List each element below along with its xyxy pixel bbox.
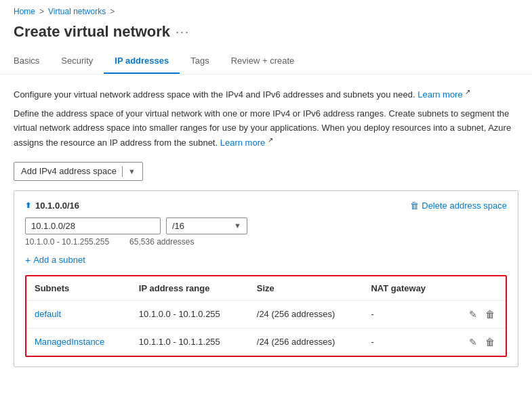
delete-address-space-label: Delete address space bbox=[422, 201, 507, 211]
tabs-bar: Basics Security IP addresses Tags Review… bbox=[0, 50, 532, 75]
col-actions bbox=[449, 276, 506, 301]
add-subnet-button[interactable]: + Add a subnet bbox=[25, 255, 85, 266]
tab-tags[interactable]: Tags bbox=[180, 50, 220, 74]
breadcrumb-home[interactable]: Home bbox=[14, 7, 35, 16]
delete-subnet-managed-button[interactable]: 🗑 bbox=[483, 335, 497, 349]
col-size: Size bbox=[249, 276, 363, 301]
tab-review-create[interactable]: Review + create bbox=[220, 50, 306, 74]
subnet-link-default[interactable]: default bbox=[35, 309, 61, 319]
chevron-down-icon: ▼ bbox=[128, 167, 136, 175]
button-divider bbox=[122, 166, 123, 177]
col-nat-gateway: NAT gateway bbox=[363, 276, 448, 301]
subnet-name-managed: ManagedInstance bbox=[26, 328, 131, 356]
table-row: default 10.1.0.0 - 10.1.0.255 /24 (256 a… bbox=[26, 300, 506, 328]
subnets-table: Subnets IP address range Size NAT gatewa… bbox=[26, 276, 506, 356]
main-content: Configure your virtual network address s… bbox=[0, 75, 532, 381]
breadcrumb: Home > Virtual networks > bbox=[0, 0, 532, 20]
subnet-name-default: default bbox=[26, 300, 131, 328]
subnet-link-managed[interactable]: ManagedInstance bbox=[35, 337, 104, 347]
subnets-table-container: Subnets IP address range Size NAT gatewa… bbox=[25, 275, 507, 357]
cidr-chevron-icon: ▼ bbox=[234, 222, 241, 230]
address-range-text: 10.1.0.0 - 10.1.255.255 bbox=[25, 237, 109, 247]
learn-more-link-1[interactable]: Learn more bbox=[417, 89, 462, 100]
address-space-box: ⬆ 10.1.0.0/16 🗑 Delete address space /16… bbox=[14, 190, 518, 367]
page-title-row: Create virtual network ··· bbox=[0, 20, 532, 50]
address-range-info: 10.1.0.0 - 10.1.255.255 65,536 addresses bbox=[25, 237, 507, 247]
external-link-icon-2: ↗ bbox=[268, 136, 273, 144]
delete-subnet-default-button[interactable]: 🗑 bbox=[483, 308, 497, 321]
tab-basics[interactable]: Basics bbox=[14, 50, 50, 74]
table-header-row: Subnets IP address range Size NAT gatewa… bbox=[26, 276, 506, 301]
tab-security[interactable]: Security bbox=[50, 50, 104, 74]
add-ipv4-label: Add IPv4 address space bbox=[21, 166, 117, 176]
learn-more-link-2[interactable]: Learn more bbox=[220, 138, 265, 148]
info-line-text: Configure your virtual network address s… bbox=[14, 89, 415, 100]
cidr-select[interactable]: /16 ▼ bbox=[166, 217, 247, 234]
external-link-icon-1: ↗ bbox=[465, 88, 470, 96]
subnet-size-default: /24 (256 addresses) bbox=[249, 300, 363, 328]
subnet-ip-range-managed: 10.1.1.0 - 10.1.1.255 bbox=[131, 328, 249, 356]
page-title: Create virtual network bbox=[14, 23, 170, 41]
trash-icon: 🗑 bbox=[410, 201, 419, 211]
col-ip-range: IP address range bbox=[131, 276, 249, 301]
breadcrumb-sep1: > bbox=[39, 7, 44, 16]
col-subnets: Subnets bbox=[26, 276, 131, 301]
address-inputs-row: /16 ▼ bbox=[25, 217, 507, 234]
table-row: ManagedInstance 10.1.1.0 - 10.1.1.255 /2… bbox=[26, 328, 506, 356]
cidr-value: /16 bbox=[172, 221, 184, 231]
add-subnet-label: Add a subnet bbox=[33, 255, 85, 265]
address-space-header: ⬆ 10.1.0.0/16 🗑 Delete address space bbox=[25, 201, 507, 211]
subnet-size-managed: /24 (256 addresses) bbox=[249, 328, 363, 356]
breadcrumb-sep2: > bbox=[110, 7, 115, 16]
info-line: Configure your virtual network address s… bbox=[14, 87, 518, 102]
subnet-ip-range-default: 10.1.0.0 - 10.1.0.255 bbox=[131, 300, 249, 328]
subnet-actions-default: ✎ 🗑 bbox=[449, 300, 506, 328]
info-block: Define the address space of your virtual… bbox=[14, 107, 518, 151]
add-ipv4-button[interactable]: Add IPv4 address space ▼ bbox=[14, 162, 143, 181]
address-input[interactable] bbox=[25, 217, 161, 234]
subnet-nat-default: - bbox=[363, 300, 448, 328]
address-space-cidr: 10.1.0.0/16 bbox=[35, 201, 79, 211]
collapse-icon[interactable]: ⬆ bbox=[25, 201, 31, 210]
tab-ip-addresses[interactable]: IP addresses bbox=[104, 50, 180, 74]
subnet-nat-managed: - bbox=[363, 328, 448, 356]
delete-address-space-link[interactable]: 🗑 Delete address space bbox=[410, 201, 507, 211]
address-space-title: ⬆ 10.1.0.0/16 bbox=[25, 201, 79, 211]
page-options-button[interactable]: ··· bbox=[176, 25, 190, 39]
plus-icon: + bbox=[25, 255, 30, 266]
edit-subnet-managed-button[interactable]: ✎ bbox=[466, 335, 480, 349]
address-count-text: 65,536 addresses bbox=[129, 237, 194, 247]
subnet-actions-managed: ✎ 🗑 bbox=[449, 328, 506, 356]
edit-subnet-default-button[interactable]: ✎ bbox=[466, 308, 480, 321]
breadcrumb-virtual-networks[interactable]: Virtual networks bbox=[48, 7, 106, 16]
